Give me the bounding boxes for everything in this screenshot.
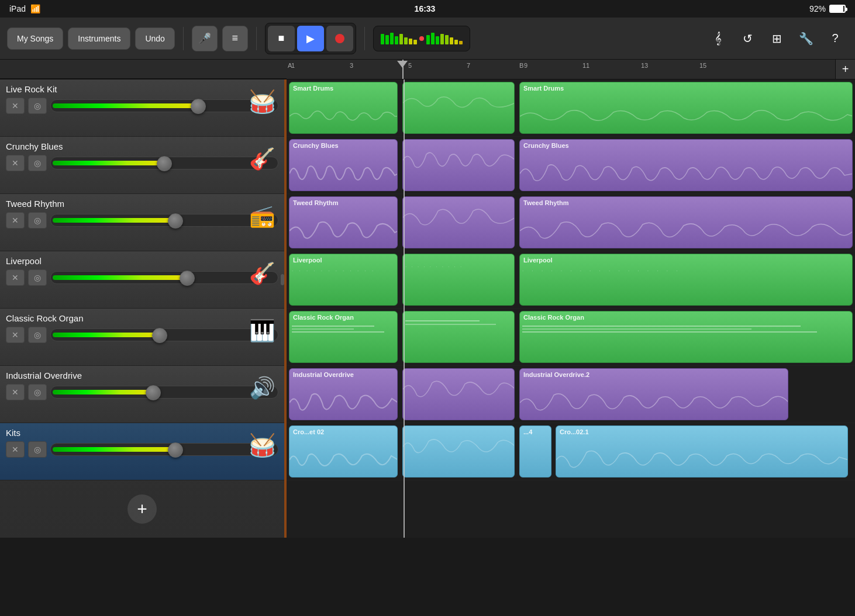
track-resize-handle[interactable] bbox=[281, 274, 284, 285]
track-name-liverpool: Liverpool bbox=[6, 256, 278, 266]
clip-industrial-overdrive-1[interactable]: Industrial Overdrive bbox=[289, 368, 398, 420]
my-songs-button[interactable]: My Songs bbox=[7, 27, 63, 50]
ruler-marks: A 1 3 5 7 B 9 11 13 15 bbox=[287, 60, 835, 79]
track-controls-crunchy-blues: ✕ ◎ bbox=[6, 155, 278, 171]
mixer-button[interactable]: ⊞ bbox=[764, 26, 790, 51]
clip-tweed-rhythm-2[interactable]: Tweed Rhythm bbox=[519, 196, 853, 248]
mute-button-industrial-overdrive[interactable]: ✕ bbox=[6, 384, 25, 400]
undo-button[interactable]: Undo bbox=[135, 27, 174, 50]
tracks-icon: ≡ bbox=[232, 32, 239, 44]
clip-liverpool-mid[interactable]: . . . . . . . . . . bbox=[402, 254, 515, 306]
solo-button-industrial-overdrive[interactable]: ◎ bbox=[28, 384, 47, 400]
mute-button-liverpool[interactable]: ✕ bbox=[6, 269, 25, 286]
clip-kits-2[interactable]: Cro...02.1 bbox=[556, 425, 848, 477]
record-icon bbox=[335, 34, 344, 43]
track-controls-classic-rock-organ: ✕ ◎ bbox=[6, 327, 278, 343]
clip-kits-mid[interactable] bbox=[402, 425, 515, 477]
track-headers: Live Rock Kit ✕ ◎ 🥁 Crunchy Blues ✕ ◎ bbox=[0, 79, 287, 538]
clip-smart-drums-mid[interactable] bbox=[402, 82, 515, 134]
microphone-icon: 🎤 bbox=[198, 32, 211, 45]
clip-tweed-rhythm-1[interactable]: Tweed Rhythm bbox=[289, 196, 398, 248]
timeline-row-tweed-rhythm: Tweed Rhythm Tweed Rhythm bbox=[287, 194, 855, 251]
track-header-liverpool: Liverpool ✕ ◎ 🎸 bbox=[0, 251, 284, 309]
mute-button-classic-rock-organ[interactable]: ✕ bbox=[6, 327, 25, 343]
mute-button-live-rock-kit[interactable]: ✕ bbox=[6, 98, 25, 114]
mute-button-crunchy-blues[interactable]: ✕ bbox=[6, 155, 25, 171]
instrument-icon-crunchy-blues: 🎸 bbox=[244, 141, 280, 177]
add-track-plus-button[interactable]: + bbox=[127, 494, 157, 524]
wifi-icon: 📶 bbox=[30, 4, 40, 13]
tracks-container: Live Rock Kit ✕ ◎ 🥁 Crunchy Blues ✕ ◎ bbox=[0, 79, 855, 538]
clip-smart-drums-2[interactable]: Smart Drums bbox=[519, 82, 853, 134]
clip-crunchy-blues-1[interactable]: Crunchy Blues bbox=[289, 139, 398, 191]
clip-label-kits-2: Cro...02.1 bbox=[560, 428, 589, 435]
clip-classic-rock-organ-1[interactable]: Classic Rock Organ bbox=[289, 311, 398, 363]
clip-crunchy-blues-mid[interactable] bbox=[402, 139, 515, 191]
battery-indicator bbox=[829, 5, 846, 13]
instrument-icon-live-rock-kit: 🥁 bbox=[244, 84, 280, 119]
time-display: 16:33 bbox=[415, 4, 436, 13]
ruler-mark-5: 5 bbox=[408, 62, 412, 69]
level-meter bbox=[373, 26, 470, 51]
clip-classic-rock-organ-2[interactable]: Classic Rock Organ bbox=[519, 311, 853, 363]
track-timeline[interactable]: Smart Drums Smart Drums bbox=[287, 79, 855, 538]
clip-classic-rock-organ-mid[interactable] bbox=[402, 311, 515, 363]
clip-industrial-overdrive-mid[interactable] bbox=[402, 368, 515, 420]
clip-label-kits-small: ...4 bbox=[523, 428, 532, 435]
clip-industrial-overdrive-2[interactable]: Industrial Overdrive.2 bbox=[519, 368, 788, 420]
solo-button-tweed-rhythm[interactable]: ◎ bbox=[28, 212, 47, 229]
instrument-icon-liverpool: 🎸 bbox=[244, 256, 280, 291]
clip-liverpool-2[interactable]: Liverpool . . . . . . . . . . . . . . . … bbox=[519, 254, 853, 306]
add-track-button[interactable]: + bbox=[835, 60, 855, 79]
loop-browser-button[interactable]: ↺ bbox=[735, 26, 760, 51]
ruler-spacer bbox=[0, 60, 287, 79]
meter-bars-right bbox=[426, 33, 463, 44]
solo-button-crunchy-blues[interactable]: ◎ bbox=[28, 155, 47, 171]
battery-label: 92% bbox=[809, 4, 826, 13]
clip-crunchy-blues-2[interactable]: Crunchy Blues bbox=[519, 139, 853, 191]
play-icon: ▶ bbox=[306, 32, 315, 45]
ruler-mark-9: 9 bbox=[524, 62, 528, 69]
meter-bars-left bbox=[381, 33, 417, 44]
stop-button[interactable]: ■ bbox=[268, 26, 295, 51]
loop-icon: ↺ bbox=[743, 32, 753, 46]
record-button[interactable] bbox=[326, 26, 353, 51]
settings-button[interactable]: 🔧 bbox=[793, 26, 819, 51]
track-name-crunchy-blues: Crunchy Blues bbox=[6, 141, 278, 151]
play-button[interactable]: ▶ bbox=[297, 26, 324, 51]
clip-tweed-rhythm-mid[interactable] bbox=[402, 196, 515, 248]
clip-kits-small[interactable]: ...4 bbox=[519, 425, 551, 477]
solo-button-classic-rock-organ[interactable]: ◎ bbox=[28, 327, 47, 343]
track-name-industrial-overdrive: Industrial Overdrive bbox=[6, 371, 278, 380]
transport-controls: ■ ▶ bbox=[265, 23, 356, 54]
clip-smart-drums-1[interactable]: Smart Drums bbox=[289, 82, 398, 134]
status-bar: iPad 📶 16:33 92% bbox=[0, 0, 855, 18]
clip-liverpool-1[interactable]: Liverpool . . . . . . . . . . . . bbox=[289, 254, 398, 306]
instruments-button[interactable]: Instruments bbox=[68, 27, 130, 50]
timeline-row-classic-rock-organ: Classic Rock Organ Classic Rock Organ bbox=[287, 309, 855, 366]
tracks-button[interactable]: ≡ bbox=[222, 26, 248, 51]
add-track-row[interactable]: + bbox=[0, 480, 284, 538]
microphone-button[interactable]: 🎤 bbox=[192, 26, 218, 51]
solo-button-kits[interactable]: ◎ bbox=[28, 441, 47, 458]
help-button[interactable]: ? bbox=[822, 26, 848, 51]
playhead-ruler bbox=[402, 60, 404, 79]
device-label: iPad bbox=[9, 4, 26, 13]
toolbar: My Songs Instruments Undo 🎤 ≡ ■ ▶ bbox=[0, 18, 855, 60]
mute-button-tweed-rhythm[interactable]: ✕ bbox=[6, 212, 25, 229]
mute-button-kits[interactable]: ✕ bbox=[6, 441, 25, 458]
clip-kits-1[interactable]: Cro...et 02 bbox=[289, 425, 398, 477]
clip-label-smart-drums-1: Smart Drums bbox=[293, 85, 333, 92]
stop-icon: ■ bbox=[278, 32, 284, 44]
toolbar-separator-1 bbox=[183, 27, 184, 50]
track-header-industrial-overdrive: Industrial Overdrive ✕ ◎ 🔊 bbox=[0, 366, 284, 423]
instrument-icon-kits: 🥁 bbox=[244, 428, 280, 463]
clip-label-smart-drums-2: Smart Drums bbox=[523, 85, 564, 92]
toolbar-right-icons: 𝄞 ↺ ⊞ 🔧 ? bbox=[705, 26, 848, 51]
track-controls-tweed-rhythm: ✕ ◎ bbox=[6, 212, 278, 229]
music-notation-button[interactable]: 𝄞 bbox=[705, 26, 731, 51]
solo-button-liverpool[interactable]: ◎ bbox=[28, 269, 47, 286]
solo-button-live-rock-kit[interactable]: ◎ bbox=[28, 98, 47, 114]
clip-label-crunchy-blues-2: Crunchy Blues bbox=[523, 142, 569, 149]
clip-label-kits-1: Cro...et 02 bbox=[293, 428, 324, 435]
